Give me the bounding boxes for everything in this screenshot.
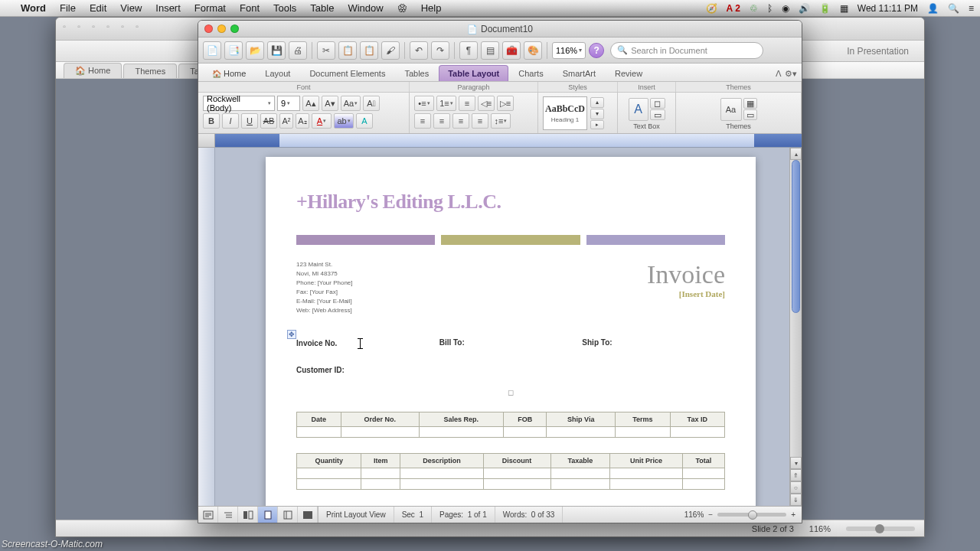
ribbon-tab-layout[interactable]: Layout (256, 65, 299, 81)
publishing-view-button[interactable] (238, 507, 258, 523)
date-icon[interactable]: ▦ (840, 3, 848, 14)
notebook-view-button[interactable] (278, 507, 298, 523)
search-box[interactable]: 🔍 Search in Document (610, 42, 763, 59)
menu-tools[interactable]: Tools (266, 2, 303, 14)
bg-zoom-slider[interactable] (846, 527, 915, 531)
th-description[interactable]: Description (400, 454, 483, 468)
browse-object-button[interactable]: ○ (790, 481, 802, 494)
vertical-scrollbar[interactable]: ▴ ▾ ⇑ ○ ⇓ (789, 148, 802, 506)
volume-icon[interactable]: 🔊 (799, 3, 810, 14)
media-button[interactable]: 🎨 (524, 41, 542, 60)
icon4[interactable]: ▫ (102, 20, 114, 32)
battery-icon[interactable]: 🔋 (819, 3, 831, 14)
th-sales-rep[interactable]: Sales Rep. (419, 412, 503, 427)
zoom-slider[interactable] (717, 513, 786, 517)
new-button[interactable]: 📄 (203, 41, 221, 60)
order-info-table[interactable]: Date Order No. Sales Rep. FOB Ship Via T… (296, 412, 725, 438)
horizontal-ruler[interactable] (215, 134, 802, 148)
icon1[interactable]: ▫ (58, 20, 70, 32)
font-size-select[interactable]: 9▾ (277, 96, 300, 111)
ribbon-tab-charts[interactable]: Charts (509, 65, 552, 81)
wifi-icon[interactable]: ◉ (782, 3, 789, 14)
menu-window[interactable]: Window (341, 2, 390, 14)
menu-file[interactable]: File (53, 2, 83, 14)
line-items-table[interactable]: Quantity Item Description Discount Taxab… (296, 453, 725, 490)
app-menu[interactable]: Word (14, 2, 53, 14)
invoice-title-block[interactable]: Invoice [Insert Date] (647, 260, 725, 298)
scroll-track[interactable] (790, 160, 802, 457)
th-terms[interactable]: Terms (616, 412, 670, 427)
styles-up-button[interactable]: ▴ (590, 97, 604, 108)
ribbon-tab-home[interactable]: 🏠Home (203, 65, 255, 81)
paste-button[interactable]: 📋 (360, 41, 378, 60)
increase-indent-button[interactable]: ▷≡ (497, 96, 514, 111)
align-left-button[interactable]: ≡ (414, 113, 431, 129)
sidebar-button[interactable]: ▤ (481, 41, 499, 60)
shrink-font-button[interactable]: A▾ (322, 96, 338, 111)
th-item[interactable]: Item (361, 454, 400, 468)
multilevel-button[interactable]: ≡ (459, 96, 475, 111)
ribbon-tab-review[interactable]: Review (606, 65, 652, 81)
strikethrough-button[interactable]: AB (260, 113, 277, 129)
vertical-ruler[interactable] (198, 148, 215, 506)
table-row[interactable] (297, 468, 725, 479)
scroll-up-button[interactable]: ▴ (790, 148, 802, 160)
change-case-button[interactable]: Aa (341, 96, 361, 111)
font-name-select[interactable]: Rockwell (Body)▾ (203, 96, 275, 111)
invoice-fields-row[interactable]: Invoice No. Bill To: Ship To: (296, 338, 725, 349)
user-icon[interactable]: 👤 (927, 3, 939, 14)
align-center-button[interactable]: ≡ (433, 113, 450, 129)
styles-more-button[interactable]: ▸ (590, 120, 604, 129)
th-ship-via[interactable]: Ship Via (547, 412, 616, 427)
ruler-corner[interactable] (198, 134, 215, 148)
copy-button[interactable]: 📋 (338, 41, 357, 60)
save-button[interactable]: 💾 (267, 41, 286, 60)
word-titlebar[interactable]: 📄Document10 (198, 21, 802, 37)
th-fob[interactable]: FOB (503, 412, 547, 427)
ribbon-tab-tables[interactable]: Tables (395, 65, 438, 81)
minimize-button[interactable] (217, 24, 226, 33)
bold-button[interactable]: B (203, 113, 220, 129)
text-effects-button[interactable]: A (356, 113, 373, 129)
template-button[interactable]: 📑 (224, 41, 243, 60)
zoom-button[interactable] (230, 24, 239, 33)
ribbon-tab-table-layout[interactable]: Table Layout (439, 65, 508, 81)
line-spacing-button[interactable]: ↕≡ (491, 113, 511, 129)
subscript-button[interactable]: A₂ (296, 113, 309, 129)
th-date[interactable]: Date (297, 412, 341, 427)
highlight-button[interactable]: ab (334, 113, 354, 129)
cut-button[interactable]: ✂ (317, 41, 335, 60)
toolbox-button[interactable]: 🧰 (502, 41, 521, 60)
scroll-down-button[interactable]: ▾ (790, 457, 802, 469)
text-box-button[interactable]: A (629, 98, 648, 121)
customer-id-row[interactable]: Customer ID: (296, 366, 725, 374)
theme-fonts-button[interactable]: ▭ (743, 109, 757, 120)
draft-view-button[interactable] (198, 507, 218, 523)
print-button[interactable]: 🖨 (289, 41, 307, 60)
th-order-no[interactable]: Order No. (341, 412, 419, 427)
sender-block[interactable]: 123 Maint St. Novi, MI 48375 Phone: [You… (296, 260, 353, 315)
prev-page-button[interactable]: ⇑ (790, 469, 802, 481)
clear-formatting-button[interactable]: A⃠ (363, 96, 380, 111)
icon5[interactable]: ▫ (116, 20, 129, 32)
notifications-icon[interactable]: ≡ (969, 3, 974, 14)
menu-edit[interactable]: Edit (83, 2, 113, 14)
icon2[interactable]: ▫ (73, 20, 85, 32)
theme-colors-button[interactable]: ▦ (743, 98, 757, 109)
menu-insert[interactable]: Insert (149, 2, 188, 14)
document-page[interactable]: +Hillary's Editing L.L.C. 123 Maint St. … (266, 157, 756, 506)
menu-table[interactable]: Table (303, 2, 341, 14)
grow-font-button[interactable]: A▴ (302, 96, 319, 111)
ribbon-settings-button[interactable]: ⚙▾ (785, 69, 797, 79)
redo-button[interactable]: ↷ (431, 41, 449, 60)
th-total[interactable]: Total (682, 454, 724, 468)
bullets-button[interactable]: •≡ (414, 96, 434, 111)
menu-script[interactable]: 🏵 (390, 2, 414, 14)
menu-help[interactable]: Help (414, 2, 449, 14)
scroll-thumb[interactable] (792, 160, 800, 313)
icon3[interactable]: ▫ (87, 20, 100, 32)
zoom-select[interactable]: 116%▾ (552, 42, 586, 59)
styles-down-button[interactable]: ▾ (590, 109, 604, 119)
spotlight-icon[interactable]: 🔍 (948, 3, 959, 14)
ribbon-tab-document-elements[interactable]: Document Elements (300, 65, 394, 81)
